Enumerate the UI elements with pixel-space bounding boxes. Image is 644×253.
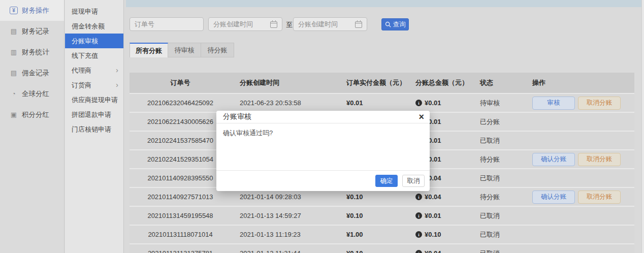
split-review-dialog: 分账审核 × 确认审核通过吗? 确定 取消 bbox=[216, 111, 430, 191]
info-icon: i bbox=[415, 231, 422, 238]
table-row: 2021011314591955482021-01-13 14:59:27¥0.… bbox=[130, 206, 634, 225]
submenu-item[interactable]: 代理商› bbox=[65, 63, 123, 78]
submenu-item-label: 代理商 bbox=[72, 66, 91, 75]
chevron-right-icon: › bbox=[116, 66, 118, 74]
actions-cell: 确认分账取消分账 bbox=[531, 191, 634, 204]
order-number-cell: 202106221430005626 bbox=[130, 118, 231, 125]
cancel-split-button[interactable]: 取消分账 bbox=[578, 153, 621, 166]
paid-amount-cell: ¥0.01 bbox=[341, 99, 411, 107]
calendar-icon bbox=[355, 21, 362, 28]
dialog-body-text: 确认审核通过吗? bbox=[216, 123, 430, 143]
submenu-item-label: 分账审核 bbox=[72, 37, 98, 46]
cancel-button[interactable]: 取消 bbox=[402, 175, 425, 187]
submenu-item-label: 订货商 bbox=[72, 81, 91, 90]
sidebar-item-document[interactable]: ▤财务记录 bbox=[0, 21, 64, 42]
column-header: 状态 bbox=[476, 78, 531, 87]
sidebar-item-commission-doc[interactable]: ▤佣金记录 bbox=[0, 62, 64, 83]
document-icon: ▤ bbox=[10, 27, 18, 36]
confirm-button[interactable]: 确定 bbox=[375, 175, 398, 187]
submenu-item[interactable]: 线下充值 bbox=[65, 48, 123, 63]
dialog-header: 分账审核 × bbox=[216, 111, 430, 123]
date-range-to-label: 至 bbox=[286, 20, 293, 29]
status-cell: 已取消 bbox=[476, 249, 531, 253]
tab-item[interactable]: 待审核 bbox=[168, 43, 201, 57]
column-header: 分账总金额（元） bbox=[411, 78, 476, 87]
submenu-item-label: 门店核销申请 bbox=[72, 125, 111, 134]
status-cell: 已取消 bbox=[476, 174, 531, 183]
page: ¥财务操作▤财务记录▥财务统计▤佣金记录◔全球分红▣积分分红 提现申请佣金转余额… bbox=[0, 0, 644, 253]
column-header: 订单号 bbox=[130, 78, 231, 87]
split-amount-value: ¥0.10 bbox=[425, 231, 441, 238]
submenu-item[interactable]: 拼团退款申请 bbox=[65, 107, 123, 122]
submenu-item[interactable]: 分账审核 bbox=[65, 34, 123, 48]
created-time-cell: 2021-01-14 09:28:03 bbox=[231, 193, 341, 201]
split-amount-cell: i¥0.10 bbox=[411, 231, 476, 238]
submenu-item[interactable]: 门店核销申请 bbox=[65, 122, 123, 137]
close-icon[interactable]: × bbox=[418, 111, 424, 122]
status-cell: 待审核 bbox=[476, 99, 531, 108]
confirm-split-button[interactable]: 确认分账 bbox=[532, 153, 575, 166]
submenu-item-label: 线下充值 bbox=[72, 51, 98, 60]
split-amount-cell: i¥0.01 bbox=[411, 212, 476, 219]
sidebar-item-label: 财务记录 bbox=[22, 27, 49, 36]
split-amount-value: ¥0.01 bbox=[425, 99, 441, 107]
created-time-cell: 2021-01-13 11:19:23 bbox=[231, 231, 341, 238]
paid-amount-cell: ¥0.10 bbox=[341, 249, 411, 253]
ledger-yen-icon: ¥ bbox=[10, 7, 18, 14]
created-time-cell: 2021-01-13 14:59:27 bbox=[231, 212, 341, 219]
commission-doc-icon: ▤ bbox=[10, 69, 18, 77]
date-to-input[interactable]: 分账创建时间 bbox=[293, 17, 367, 31]
cancel-split-button[interactable]: 取消分账 bbox=[578, 191, 621, 204]
submenu-item-label: 拼团退款申请 bbox=[72, 110, 111, 119]
search-button-label: 查询 bbox=[393, 20, 406, 29]
status-cell: 待分账 bbox=[476, 155, 531, 164]
review-split-button[interactable]: 审核 bbox=[532, 97, 575, 110]
table-row: 2021062320464250922021-06-23 20:53:58¥0.… bbox=[130, 93, 634, 112]
sidebar-item-label: 积分分红 bbox=[22, 110, 49, 119]
sidebar-item-bar-chart[interactable]: ▥财务统计 bbox=[0, 42, 64, 62]
submenu-item[interactable]: 订货商› bbox=[65, 78, 123, 92]
info-icon: i bbox=[415, 194, 422, 200]
date-from-input[interactable]: 分账创建时间 bbox=[208, 17, 282, 31]
bar-chart-icon: ▥ bbox=[10, 48, 18, 56]
order-number-cell: 202102241537585470 bbox=[130, 137, 231, 144]
sidebar-item-ledger-yen[interactable]: ¥财务操作 bbox=[0, 0, 64, 21]
cancel-split-button[interactable]: 取消分账 bbox=[578, 97, 621, 110]
order-number-cell: 202101131459195548 bbox=[130, 212, 231, 219]
secondary-sidebar: 提现申请佣金转余额分账审核线下充值代理商›订货商›供应商提现申请拼团退款申请门店… bbox=[65, 0, 124, 253]
pie-chart-icon: ◔ bbox=[10, 90, 18, 98]
date-to-placeholder: 分账创建时间 bbox=[298, 20, 338, 29]
submenu-item-label: 提现申请 bbox=[72, 7, 98, 16]
table-row: 2021011211313757812021-01-12 11:31:44¥0.… bbox=[130, 243, 634, 253]
scrollbar[interactable] bbox=[641, 0, 644, 253]
split-amount-cell: i¥0.04 bbox=[411, 193, 476, 201]
paid-amount-cell: ¥1.00 bbox=[341, 231, 411, 238]
tab-item[interactable]: 待分账 bbox=[201, 43, 234, 57]
order-number-input[interactable] bbox=[130, 17, 204, 31]
submenu-item[interactable]: 提现申请 bbox=[65, 4, 123, 19]
split-amount-cell: i¥0.01 bbox=[411, 99, 476, 107]
sidebar-item-points[interactable]: ▣积分分红 bbox=[0, 104, 64, 125]
submenu-item[interactable]: 供应商提现申请 bbox=[65, 92, 123, 107]
column-header: 订单实付金额（元） bbox=[341, 78, 411, 87]
top-header-strip bbox=[126, 0, 641, 7]
tab-active[interactable]: 所有分账 bbox=[130, 43, 168, 57]
dialog-footer: 确定 取消 bbox=[216, 170, 430, 191]
search-button[interactable]: 查询 bbox=[381, 18, 409, 30]
created-time-cell: 2021-01-12 11:31:44 bbox=[231, 249, 341, 253]
dialog-title: 分账审核 bbox=[223, 112, 251, 121]
date-from-placeholder: 分账创建时间 bbox=[213, 20, 253, 29]
submenu-item-label: 供应商提现申请 bbox=[72, 96, 118, 105]
status-cell: 已取消 bbox=[476, 230, 531, 239]
status-cell: 已取消 bbox=[476, 211, 531, 220]
status-cell: 待分账 bbox=[476, 193, 531, 202]
status-cell: 已分账 bbox=[476, 117, 531, 126]
split-amount-value: ¥0.04 bbox=[425, 193, 441, 201]
chevron-right-icon: › bbox=[116, 80, 118, 89]
split-amount-value: ¥0.01 bbox=[425, 212, 441, 219]
submenu-item[interactable]: 佣金转余额 bbox=[65, 19, 123, 34]
confirm-split-button[interactable]: 确认分账 bbox=[532, 191, 575, 204]
order-number-cell: 202106232046425092 bbox=[130, 99, 231, 107]
sidebar-item-pie-chart[interactable]: ◔全球分红 bbox=[0, 83, 64, 104]
order-number-cell: 202101140928395550 bbox=[130, 174, 231, 182]
